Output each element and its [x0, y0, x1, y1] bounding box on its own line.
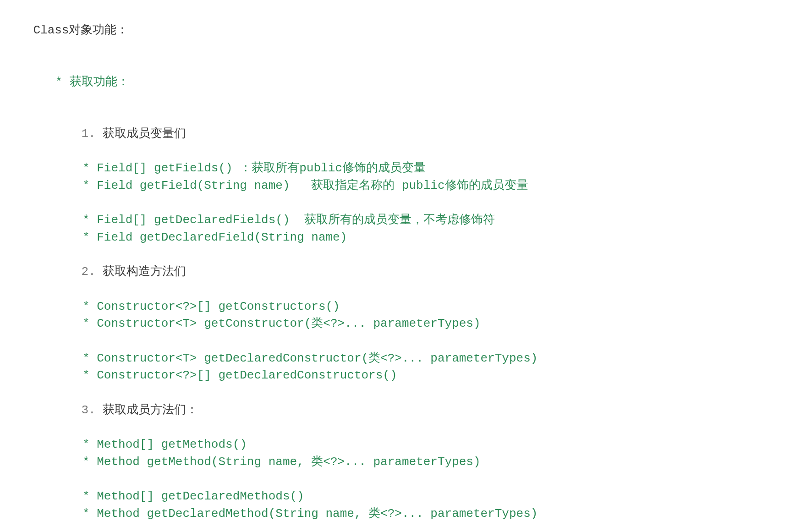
api-text: Method getMethod(String name, 类<?>... pa… [97, 455, 480, 469]
blank [5, 471, 785, 488]
section-1-item: * Field getDeclaredField(String name) [5, 229, 785, 247]
section-2-item: * Constructor<T> getDeclaredConstructor(… [5, 350, 785, 367]
section-1-header: 1. 获取成员变量们 [5, 108, 785, 160]
section-3-item: * Method[] getDeclaredMethods() [5, 488, 785, 505]
bullet: * [82, 438, 97, 451]
bullet: * [82, 230, 97, 244]
bullet: * [82, 213, 97, 227]
api-text: Method getDeclaredMethod(String name, 类<… [97, 507, 538, 521]
section-title: 获取构造方法们 [103, 265, 186, 279]
api-text: Constructor<T> getConstructor(类<?>... pa… [97, 317, 480, 330]
get-header: * 获取功能： [5, 56, 785, 108]
blank [5, 333, 785, 350]
section-title: 获取成员方法们： [103, 403, 198, 417]
bullet: * [82, 161, 97, 175]
bullet: * [55, 75, 69, 89]
section-1-item: * Field[] getFields() ：获取所有public修饰的成员变量 [5, 160, 785, 177]
get-header-text: 获取功能： [70, 75, 129, 89]
api-text: Constructor<T> getDeclaredConstructor(类<… [97, 351, 538, 365]
api-text: Method[] getDeclaredMethods() [97, 489, 304, 503]
api-text: Field getField(String name) 获取指定名称的 publ… [97, 179, 528, 192]
document-root: Class对象功能： * 获取功能： 1. 获取成员变量们 * Field[] … [5, 5, 785, 532]
bullet: * [82, 351, 97, 365]
api-text: Method[] getMethods() [97, 438, 247, 451]
api-text: Field getDeclaredField(String name) [97, 230, 347, 244]
bullet: * [82, 507, 97, 521]
section-number: 3. [81, 403, 103, 417]
section-title: 获取成员变量们 [103, 127, 186, 141]
api-text: Constructor<?>[] getDeclaredConstructors… [97, 368, 397, 382]
section-3-item: * Method[] getMethods() [5, 436, 785, 454]
api-text: Field[] getDeclaredFields() 获取所有的成员变量，不考… [97, 213, 494, 227]
bullet: * [82, 455, 97, 469]
title-line: Class对象功能： [5, 5, 785, 56]
api-text: Constructor<?>[] getConstructors() [97, 300, 340, 313]
section-3-item: * Method getMethod(String name, 类<?>... … [5, 454, 785, 471]
blank [5, 195, 785, 212]
title-rest: 对象功能： [69, 23, 128, 37]
section-number: 2. [81, 265, 103, 279]
section-2-item: * Constructor<T> getConstructor(类<?>... … [5, 315, 785, 333]
section-3-item: * Method getDeclaredMethod(String name, … [5, 505, 785, 523]
api-text: Field[] getFields() ：获取所有public修饰的成员变量 [97, 161, 426, 175]
bullet: * [82, 179, 97, 192]
bullet: * [82, 368, 97, 382]
title-class: Class [33, 23, 69, 37]
blank [5, 523, 785, 532]
section-2-header: 2. 获取构造方法们 [5, 247, 785, 298]
section-1-item: * Field[] getDeclaredFields() 获取所有的成员变量，… [5, 212, 785, 229]
bullet: * [82, 317, 97, 330]
section-1-item: * Field getField(String name) 获取指定名称的 pu… [5, 177, 785, 195]
section-2-item: * Constructor<?>[] getDeclaredConstructo… [5, 367, 785, 384]
section-number: 1. [81, 127, 103, 141]
section-3-header: 3. 获取成员方法们： [5, 384, 785, 436]
bullet: * [82, 300, 97, 313]
section-2-item: * Constructor<?>[] getConstructors() [5, 298, 785, 316]
bullet: * [82, 489, 97, 503]
